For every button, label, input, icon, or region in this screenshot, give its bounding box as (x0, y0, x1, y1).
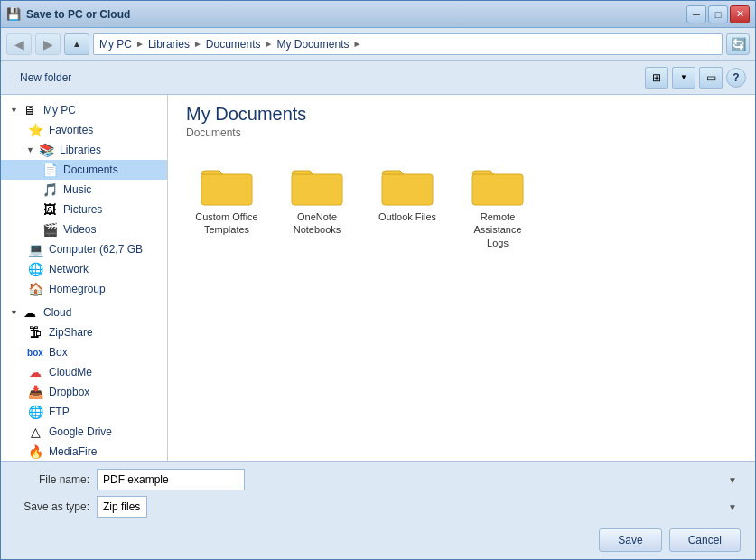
sidebar-item-documents[interactable]: 📄 Documents (1, 160, 167, 180)
expand-arrow-libraries: ▼ (26, 145, 37, 154)
path-mypc[interactable]: My PC (99, 38, 132, 51)
file-area: My Documents Documents Custom OfficeTemp… (168, 95, 755, 461)
panel-button[interactable]: ▭ (699, 67, 723, 89)
folder-item-onenote[interactable]: OneNoteNotebooks (276, 154, 358, 257)
folder-label-remote-assistance: RemoteAssistance Logs (465, 210, 530, 249)
path-documents[interactable]: Documents (206, 38, 261, 51)
svg-rect-5 (382, 174, 433, 205)
mypc-label: My PC (43, 104, 76, 117)
folder-label-outlook: Outlook Files (378, 210, 436, 223)
cloud-label: Cloud (43, 306, 71, 319)
sidebar-section-cloud: ▼ ☁ Cloud 🗜 ZipShare box Box ☁ CloudMe (1, 303, 167, 461)
view-button[interactable]: ⊞ (645, 67, 668, 89)
back-button[interactable]: ◀ (6, 33, 32, 55)
zipshare-label: ZipShare (49, 326, 93, 339)
title-bar: 💾 Save to PC or Cloud ─ □ ✕ (1, 1, 755, 28)
refresh-button[interactable]: 🔄 (726, 33, 750, 55)
favorites-icon: ⭐ (26, 123, 44, 137)
up-button[interactable]: ▲ (64, 33, 89, 55)
help-button[interactable]: ? (726, 68, 746, 88)
sidebar-item-box[interactable]: box Box (1, 342, 167, 362)
sidebar-item-cloud[interactable]: ▼ ☁ Cloud (1, 303, 167, 322)
folder-icon-onenote (290, 162, 344, 207)
googledrive-label: Google Drive (49, 425, 112, 438)
filename-input[interactable] (97, 469, 245, 490)
action-row: Save Cancel (15, 523, 741, 552)
sidebar-item-favorites[interactable]: ⭐ Favorites (1, 120, 167, 140)
sidebar-item-pictures[interactable]: 🖼 Pictures (1, 200, 167, 219)
libraries-icon: 📚 (37, 143, 55, 157)
file-area-subtitle: Documents (186, 126, 737, 139)
videos-label: Videos (63, 223, 96, 236)
save-button[interactable]: Save (599, 528, 661, 552)
svg-rect-3 (292, 174, 342, 205)
saveas-dropdown-icon: ▼ (728, 502, 737, 512)
sidebar-section-mypc: ▼ 🖥 My PC ⭐ Favorites ▼ 📚 Libraries 📄 Do… (1, 100, 167, 299)
sidebar-item-music[interactable]: 🎵 Music (1, 180, 167, 200)
svg-rect-7 (472, 174, 523, 205)
sidebar-item-zipshare[interactable]: 🗜 ZipShare (1, 322, 167, 342)
cloud-icon: ☁ (21, 305, 39, 320)
filename-dropdown-icon: ▼ (728, 475, 737, 485)
forward-button[interactable]: ▶ (35, 33, 61, 55)
saveas-select[interactable]: Zip files (97, 496, 147, 518)
path-mydocuments[interactable]: My Documents (276, 38, 349, 51)
network-label: Network (49, 263, 89, 275)
pictures-label: Pictures (63, 203, 102, 216)
sidebar-item-videos[interactable]: 🎬 Videos (1, 219, 167, 239)
path-arrow-3: ► (265, 39, 274, 49)
ftp-icon: 🌐 (26, 405, 44, 419)
ftp-label: FTP (49, 406, 70, 418)
main-area: ▼ 🖥 My PC ⭐ Favorites ▼ 📚 Libraries 📄 Do… (1, 95, 755, 461)
filename-label: File name: (15, 473, 97, 486)
sidebar: ▼ 🖥 My PC ⭐ Favorites ▼ 📚 Libraries 📄 Do… (1, 95, 168, 461)
sidebar-item-mediafire[interactable]: 🔥 MediaFire (1, 442, 167, 461)
homegroup-icon: 🏠 (26, 282, 44, 296)
title-controls: ─ □ ✕ (686, 5, 750, 23)
folder-icon-custom-office (200, 162, 254, 207)
computer-icon: 💻 (26, 242, 44, 257)
mediafire-icon: 🔥 (26, 444, 44, 459)
sidebar-item-ftp[interactable]: 🌐 FTP (1, 402, 167, 422)
bottom-bar: File name: ▼ Save as type: Zip files ▼ S… (1, 461, 755, 559)
maximize-button[interactable]: □ (708, 5, 728, 23)
folder-icon-outlook (380, 162, 434, 207)
sidebar-item-dropbox[interactable]: 📥 Dropbox (1, 382, 167, 402)
sidebar-item-computer[interactable]: 💻 Computer (62,7 GB (1, 239, 167, 259)
path-arrow-1: ► (135, 39, 145, 49)
window-title: Save to PC or Cloud (26, 8, 686, 21)
sidebar-item-libraries[interactable]: ▼ 📚 Libraries (1, 140, 167, 160)
sidebar-item-homegroup[interactable]: 🏠 Homegroup (1, 279, 167, 299)
box-icon: box (26, 345, 44, 359)
folder-item-custom-office-templates[interactable]: Custom OfficeTemplates (186, 154, 267, 257)
sidebar-item-mypc[interactable]: ▼ 🖥 My PC (1, 100, 167, 120)
cancel-button[interactable]: Cancel (669, 528, 741, 552)
music-icon: 🎵 (41, 182, 59, 197)
filename-row: File name: ▼ (15, 469, 741, 490)
mypc-icon: 🖥 (21, 103, 39, 117)
expand-arrow-mypc: ▼ (10, 106, 21, 115)
file-area-title: My Documents (186, 104, 737, 125)
new-folder-button[interactable]: New folder (10, 67, 81, 89)
sidebar-item-network[interactable]: 🌐 Network (1, 259, 167, 279)
minimize-button[interactable]: ─ (686, 5, 706, 23)
box-label: Box (49, 346, 68, 359)
folder-grid: Custom OfficeTemplates OneNoteNotebooks (186, 154, 737, 257)
sidebar-item-googledrive[interactable]: △ Google Drive (1, 422, 167, 442)
filename-wrapper: ▼ (97, 469, 741, 490)
path-libraries[interactable]: Libraries (148, 38, 190, 51)
homegroup-label: Homegroup (49, 283, 106, 295)
folder-item-remote-assistance[interactable]: RemoteAssistance Logs (457, 154, 538, 257)
sidebar-item-cloudme[interactable]: ☁ CloudMe (1, 362, 167, 382)
folder-item-outlook[interactable]: Outlook Files (367, 154, 448, 257)
close-button[interactable]: ✕ (730, 5, 750, 23)
path-arrow-2: ► (193, 39, 202, 49)
svg-rect-1 (201, 174, 252, 205)
window-icon: 💾 (6, 7, 21, 22)
address-path[interactable]: My PC ► Libraries ► Documents ► My Docum… (93, 33, 723, 55)
computer-label: Computer (62,7 GB (49, 243, 143, 256)
network-icon: 🌐 (26, 262, 44, 276)
dropbox-label: Dropbox (49, 386, 89, 398)
dropbox-icon: 📥 (26, 385, 44, 399)
view-dropdown-button[interactable]: ▼ (672, 67, 695, 89)
